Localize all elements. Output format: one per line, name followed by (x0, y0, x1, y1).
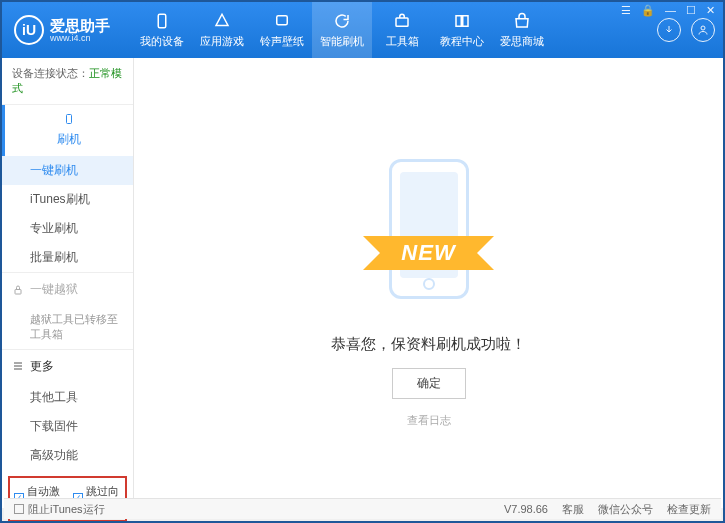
sidebar-item-oneclick-flash[interactable]: 一键刷机 (2, 156, 133, 185)
nav-label: 我的设备 (140, 34, 184, 49)
shop-icon (512, 11, 532, 31)
new-ribbon: NEW (383, 236, 473, 270)
version-label: V7.98.66 (504, 503, 548, 515)
nav-label: 工具箱 (386, 34, 419, 49)
sidebar-item-other-tools[interactable]: 其他工具 (2, 383, 133, 412)
checkbox-icon (14, 504, 24, 514)
sidebar-item-advanced[interactable]: 高级功能 (2, 441, 133, 470)
nav-label: 铃声壁纸 (260, 34, 304, 49)
ok-button[interactable]: 确定 (392, 368, 466, 399)
support-link[interactable]: 客服 (562, 502, 584, 517)
svg-rect-5 (15, 289, 21, 294)
nav-my-device[interactable]: 我的设备 (132, 2, 192, 58)
nav-flash[interactable]: 智能刷机 (312, 2, 372, 58)
nav-label: 教程中心 (440, 34, 484, 49)
success-illustration: NEW (329, 139, 529, 319)
svg-rect-0 (158, 14, 166, 28)
nav-ringtone[interactable]: 铃声壁纸 (252, 2, 312, 58)
check-update-link[interactable]: 检查更新 (667, 502, 711, 517)
refresh-icon (332, 11, 352, 31)
apps-icon (212, 11, 232, 31)
svg-rect-1 (277, 16, 288, 25)
wechat-link[interactable]: 微信公众号 (598, 502, 653, 517)
list-icon (12, 360, 24, 372)
svg-point-3 (701, 26, 705, 30)
sidebar-section-flash[interactable]: 刷机 (2, 105, 133, 156)
nav-label: 智能刷机 (320, 34, 364, 49)
sidebar-section-more[interactable]: 更多 (2, 350, 133, 383)
svg-rect-4 (67, 115, 72, 124)
sidebar-item-itunes-flash[interactable]: iTunes刷机 (2, 185, 133, 214)
phone-icon (63, 113, 75, 125)
nav-shop[interactable]: 爱思商城 (492, 2, 552, 58)
app-name: 爱思助手 (50, 18, 110, 33)
menu-icon[interactable]: ☰ (621, 4, 631, 17)
phone-illustration-icon (389, 159, 469, 299)
main-content: NEW 恭喜您，保资料刷机成功啦！ 确定 查看日志 (134, 58, 723, 508)
sidebar-item-download-firmware[interactable]: 下载固件 (2, 412, 133, 441)
app-logo[interactable]: iU 爱思助手 www.i4.cn (2, 15, 132, 45)
toolbox-icon (392, 11, 412, 31)
ringtone-icon (272, 11, 292, 31)
phone-icon (152, 11, 172, 31)
nav-apps[interactable]: 应用游戏 (192, 2, 252, 58)
lock-icon (12, 284, 24, 296)
view-log-link[interactable]: 查看日志 (407, 413, 451, 428)
window-controls: ☰ 🔒 — ☐ ✕ (621, 4, 715, 17)
top-bar: iU 爱思助手 www.i4.cn 我的设备 应用游戏 铃声壁纸 智能刷机 工具… (2, 2, 723, 58)
svg-rect-2 (396, 18, 408, 26)
nav-tutorial[interactable]: 教程中心 (432, 2, 492, 58)
top-right-actions (657, 18, 723, 42)
minimize-icon[interactable]: — (665, 4, 676, 17)
download-icon[interactable] (657, 18, 681, 42)
logo-icon: iU (14, 15, 44, 45)
status-bar: 阻止iTunes运行 V7.98.66 客服 微信公众号 检查更新 (4, 498, 721, 519)
sidebar: 设备连接状态：正常模式 刷机 一键刷机 iTunes刷机 专业刷机 批量刷机 一… (2, 58, 134, 508)
main-nav: 我的设备 应用游戏 铃声壁纸 智能刷机 工具箱 教程中心 爱思商城 (132, 2, 657, 58)
lock-icon[interactable]: 🔒 (641, 4, 655, 17)
nav-toolbox[interactable]: 工具箱 (372, 2, 432, 58)
checkbox-block-itunes[interactable]: 阻止iTunes运行 (14, 502, 105, 517)
nav-label: 爱思商城 (500, 34, 544, 49)
maximize-icon[interactable]: ☐ (686, 4, 696, 17)
connection-status: 设备连接状态：正常模式 (2, 58, 133, 104)
close-icon[interactable]: ✕ (706, 4, 715, 17)
app-url: www.i4.cn (50, 33, 110, 43)
jailbreak-note: 越狱工具已转移至工具箱 (2, 306, 133, 349)
sidebar-section-jailbreak[interactable]: 一键越狱 (2, 273, 133, 306)
user-icon[interactable] (691, 18, 715, 42)
book-icon (452, 11, 472, 31)
sidebar-item-batch-flash[interactable]: 批量刷机 (2, 243, 133, 272)
nav-label: 应用游戏 (200, 34, 244, 49)
success-message: 恭喜您，保资料刷机成功啦！ (331, 335, 526, 354)
sidebar-item-pro-flash[interactable]: 专业刷机 (2, 214, 133, 243)
